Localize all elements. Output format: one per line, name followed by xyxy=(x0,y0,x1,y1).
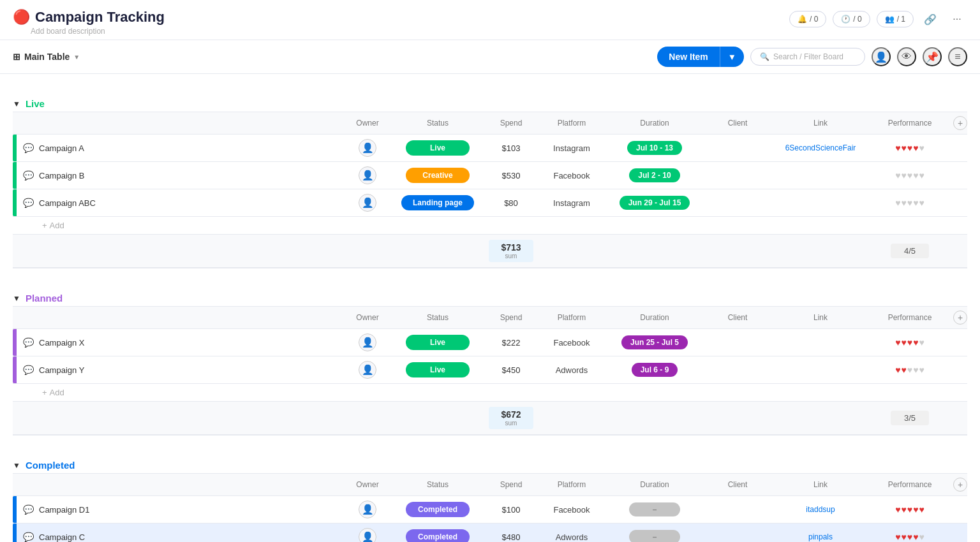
status-badge[interactable]: Live xyxy=(406,335,470,350)
group-completed-chevron[interactable]: ▼ xyxy=(13,461,20,470)
row-owner: 👤 xyxy=(342,361,393,379)
notifications-btn[interactable]: 🔔 / 0 xyxy=(789,11,826,27)
duration-badge[interactable]: Jul 6 - 9 xyxy=(632,363,678,377)
col-status-live: Status xyxy=(393,119,482,128)
search-box[interactable]: 🔍 Search / Filter Board xyxy=(750,48,865,66)
row-platform: Instagram xyxy=(540,198,604,208)
chat-icon[interactable]: 💬 xyxy=(23,337,34,348)
duration-badge[interactable]: Jul 2 - 10 xyxy=(629,168,679,182)
new-item-button[interactable]: New Item xyxy=(657,47,719,67)
more-btn[interactable]: ··· xyxy=(947,9,967,29)
row-platform: Adwords xyxy=(540,365,604,375)
col-headers-completed: Owner Status Spend Platform Duration Cli… xyxy=(13,473,967,496)
main-table-selector[interactable]: ⊞ Main Table ▼ xyxy=(13,52,80,62)
row-status[interactable]: Completed xyxy=(393,529,482,542)
col-status-completed: Status xyxy=(393,480,482,489)
avatar[interactable]: 👤 xyxy=(359,528,376,542)
status-badge[interactable]: Live xyxy=(406,362,470,377)
avatar[interactable]: 👤 xyxy=(359,501,376,518)
perf-box: 3/5 xyxy=(891,411,929,425)
clock-icon: 🕐 xyxy=(841,15,850,24)
status-badge[interactable]: Completed xyxy=(406,502,470,517)
row-owner: 👤 xyxy=(342,194,393,212)
heart-3: ♥ xyxy=(907,337,912,348)
chat-icon[interactable]: 💬 xyxy=(23,504,34,515)
row-status[interactable]: Live xyxy=(393,335,482,350)
add-col-planned-btn[interactable]: + xyxy=(953,311,967,325)
users-btn[interactable]: 👥 / 1 xyxy=(877,11,914,27)
row-item-name: 💬 Campaign B xyxy=(17,165,342,186)
status-badge[interactable]: Creative xyxy=(406,168,470,183)
add-row-live[interactable]: + Add xyxy=(13,217,967,234)
row-duration: Jul 2 - 10 xyxy=(604,168,706,182)
col-client-live: Client xyxy=(706,119,769,128)
add-row-planned[interactable]: + Add xyxy=(13,384,967,401)
chat-icon[interactable]: 💬 xyxy=(23,170,34,180)
duration-badge[interactable]: Jul 10 - 13 xyxy=(627,141,682,155)
add-col-live-btn[interactable]: + xyxy=(953,116,967,130)
avatar[interactable]: 👤 xyxy=(359,166,376,184)
chat-icon[interactable]: 💬 xyxy=(23,365,34,375)
new-item-arrow-button[interactable]: ▼ xyxy=(720,47,744,67)
link-anchor[interactable]: itaddsup xyxy=(806,505,835,514)
chat-icon[interactable]: 💬 xyxy=(23,532,34,542)
heart-5: ♥ xyxy=(919,532,924,542)
row-status[interactable]: Live xyxy=(393,140,482,156)
duration-badge[interactable]: – xyxy=(629,502,680,516)
row-status[interactable]: Creative xyxy=(393,168,482,183)
row-status[interactable]: Completed xyxy=(393,502,482,517)
col-add-planned: + xyxy=(948,311,967,325)
hearts: ♥ ♥ ♥ ♥ ♥ xyxy=(872,365,948,375)
person-icon-btn[interactable]: 👤 xyxy=(872,47,891,66)
pin-icon-btn[interactable]: 📌 xyxy=(923,47,942,66)
row-link: pinpals xyxy=(769,532,872,541)
group-live-header: ▼ Live xyxy=(13,93,967,112)
row-name: Campaign X xyxy=(39,338,85,348)
new-item-button-group: New Item ▼ xyxy=(657,47,744,67)
perf-box: 4/5 xyxy=(891,244,929,258)
updates-btn[interactable]: 🕐 / 0 xyxy=(833,11,870,27)
add-col-completed-btn[interactable]: + xyxy=(953,478,967,492)
status-badge[interactable]: Live xyxy=(406,140,470,156)
users-count: / 1 xyxy=(897,15,905,24)
heart-1: ♥ xyxy=(895,532,900,542)
row-status[interactable]: Landing page xyxy=(393,195,482,210)
row-owner: 👤 xyxy=(342,333,393,351)
table-row: 💬 Campaign ABC 👤 Landing page $80 Instag… xyxy=(13,189,967,217)
link-anchor[interactable]: pinpals xyxy=(808,532,833,541)
row-owner: 👤 xyxy=(342,139,393,157)
heart-1: ♥ xyxy=(895,365,900,375)
status-badge[interactable]: Landing page xyxy=(401,195,474,210)
row-duration: Jun 29 - Jul 15 xyxy=(604,196,706,210)
row-duration: Jul 6 - 9 xyxy=(604,363,706,377)
updates-count: / 0 xyxy=(853,15,861,24)
status-badge[interactable]: Completed xyxy=(406,529,470,542)
heart-3: ♥ xyxy=(907,198,912,208)
eye-icon-btn[interactable]: 👁 xyxy=(897,47,916,66)
duration-badge[interactable]: Jun 25 - Jul 5 xyxy=(621,335,688,349)
chat-icon[interactable]: 💬 xyxy=(23,198,34,208)
filter-icon-btn[interactable]: ≡ xyxy=(948,47,967,66)
avatar[interactable]: 👤 xyxy=(359,139,376,157)
heart-1: ♥ xyxy=(895,198,900,208)
group-live-chevron[interactable]: ▼ xyxy=(13,99,20,108)
title-text: Campaign Tracking xyxy=(35,9,165,26)
heart-4: ♥ xyxy=(913,170,918,180)
duration-badge[interactable]: Jun 29 - Jul 15 xyxy=(620,196,690,210)
col-spend-planned: Spend xyxy=(482,313,540,322)
row-status[interactable]: Live xyxy=(393,362,482,377)
invite-btn[interactable]: 🔗 xyxy=(920,9,940,29)
link-anchor[interactable]: 6SecondScienceFair xyxy=(785,143,856,152)
group-planned-chevron[interactable]: ▼ xyxy=(13,294,20,303)
sum-spend-box: $713 sum xyxy=(489,240,533,262)
avatar[interactable]: 👤 xyxy=(359,194,376,212)
col-performance-live: Performance xyxy=(872,119,948,128)
ellipsis-icon: ··· xyxy=(953,13,961,25)
plus-icon: + xyxy=(42,221,47,230)
duration-badge[interactable]: – xyxy=(629,530,680,542)
avatar[interactable]: 👤 xyxy=(359,333,376,351)
heart-5: ♥ xyxy=(919,170,924,180)
chat-icon[interactable]: 💬 xyxy=(23,143,34,153)
page-subtitle: Add board description xyxy=(13,27,165,36)
avatar[interactable]: 👤 xyxy=(359,361,376,379)
